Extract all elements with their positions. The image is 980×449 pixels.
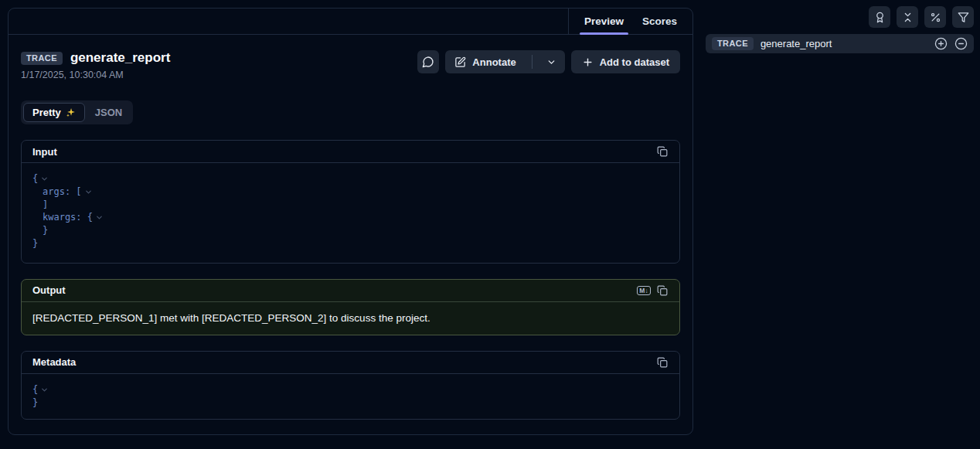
json-token: } <box>32 237 38 250</box>
copy-icon <box>657 285 668 296</box>
tree-toolbar <box>706 0 974 28</box>
toggle-pretty-label: Pretty <box>32 107 61 118</box>
json-token: kwargs: { <box>43 211 93 224</box>
trace-actions: Annotate Add to dataset <box>417 50 680 73</box>
annotate-icon <box>454 56 466 68</box>
markdown-toggle-button[interactable]: M↓ <box>635 281 653 300</box>
trace-type-badge: TRACE <box>712 37 754 50</box>
comment-button[interactable] <box>417 50 439 73</box>
json-line[interactable]: args: [ <box>32 185 669 199</box>
json-token: { <box>32 172 38 185</box>
circle-plus-icon <box>934 37 948 50</box>
toggle-json-label: JSON <box>95 107 122 118</box>
tab-scores[interactable]: Scores <box>636 9 683 34</box>
add-to-dataset-label: Add to dataset <box>600 56 669 68</box>
trace-header: TRACE generate_report 1/17/2025, 10:30:0… <box>21 50 680 80</box>
tabs-bar: Preview Scores <box>9 9 692 35</box>
plus-icon <box>582 56 594 68</box>
award-icon <box>874 12 886 23</box>
json-line[interactable]: { <box>32 172 669 185</box>
json-token: } <box>32 396 38 410</box>
chevron-down-icon <box>546 57 556 67</box>
tab-list: Preview Scores <box>568 9 692 34</box>
trace-type-badge: TRACE <box>21 52 63 65</box>
input-panel: Input { args: [ ] <box>21 140 680 264</box>
output-panel-title: Output <box>32 284 66 296</box>
tree-node-trace-selected[interactable]: TRACE generate_report <box>706 34 974 53</box>
chevron-down-icon[interactable] <box>95 213 104 222</box>
collapse-node-button[interactable] <box>954 37 968 50</box>
output-panel-header: Output M↓ <box>22 280 679 302</box>
json-line: ] <box>32 199 669 212</box>
json-line[interactable]: kwargs: { <box>32 211 669 224</box>
metrics-percent-button[interactable] <box>924 6 946 28</box>
annotate-button[interactable]: Annotate <box>445 50 525 73</box>
chevron-down-icon[interactable] <box>40 386 49 394</box>
json-token: ] <box>43 199 48 212</box>
scores-display-button[interactable] <box>869 6 890 28</box>
markdown-icon: M↓ <box>637 286 650 296</box>
json-token: { <box>32 383 38 396</box>
tree-node-label: generate_report <box>761 38 832 49</box>
toggle-pretty[interactable]: Pretty <box>23 103 85 122</box>
annotate-split-button[interactable]: Annotate <box>445 50 564 73</box>
chevrons-collapse-icon <box>902 12 914 23</box>
json-token: } <box>43 224 48 237</box>
filter-button[interactable] <box>952 6 974 28</box>
input-panel-title: Input <box>32 146 57 158</box>
metadata-panel: Metadata { } <box>21 351 680 420</box>
trace-detail-card: Preview Scores TRACE generate_report 1/1… <box>8 8 693 435</box>
trace-timestamp: 1/17/2025, 10:30:04 AM <box>21 70 170 80</box>
circle-minus-icon <box>954 37 968 50</box>
copy-metadata-button[interactable] <box>653 353 672 372</box>
copy-icon <box>657 357 668 368</box>
annotate-dropdown-button[interactable] <box>539 50 565 73</box>
input-panel-header: Input <box>22 141 679 163</box>
filter-icon <box>958 12 969 23</box>
metadata-panel-title: Metadata <box>32 356 76 368</box>
copy-output-button[interactable] <box>653 281 672 300</box>
copy-icon <box>657 146 668 157</box>
metadata-panel-header: Metadata <box>22 352 679 374</box>
trace-identity: TRACE generate_report 1/17/2025, 10:30:0… <box>21 50 170 80</box>
toggle-json[interactable]: JSON <box>87 104 131 121</box>
metadata-json-viewer: { } <box>22 374 679 420</box>
output-content: [REDACTED_PERSON_1] met with [REDACTED_P… <box>22 302 679 335</box>
percent-icon <box>930 12 941 23</box>
output-panel: Output M↓ [REDACTED_PERSON_1] met with [… <box>21 279 680 335</box>
trace-tree-sidebar: TRACE generate_report <box>706 0 974 53</box>
annotate-label: Annotate <box>472 56 516 68</box>
chevron-down-icon[interactable] <box>40 175 49 183</box>
json-line[interactable]: { <box>32 383 669 396</box>
comment-icon <box>422 56 434 68</box>
input-json-viewer: { args: [ ] kwargs: { } } <box>22 163 679 263</box>
tab-preview-label: Preview <box>584 15 624 27</box>
sparkles-icon <box>66 107 76 117</box>
tab-preview[interactable]: Preview <box>578 9 630 34</box>
button-divider <box>532 55 533 69</box>
add-to-dataset-button[interactable]: Add to dataset <box>571 50 680 73</box>
json-token: args: [ <box>43 185 82 199</box>
json-line: } <box>32 237 669 250</box>
json-line: } <box>32 224 669 237</box>
chevron-down-icon[interactable] <box>84 188 93 196</box>
view-mode-toggle: Pretty JSON <box>21 100 133 124</box>
page-title: generate_report <box>70 50 170 66</box>
expand-all-button[interactable] <box>934 37 948 50</box>
collapse-all-button[interactable] <box>897 6 918 28</box>
copy-input-button[interactable] <box>653 142 672 161</box>
card-body: TRACE generate_report 1/17/2025, 10:30:0… <box>9 35 692 432</box>
tab-scores-label: Scores <box>642 15 677 27</box>
json-line: } <box>32 396 669 410</box>
